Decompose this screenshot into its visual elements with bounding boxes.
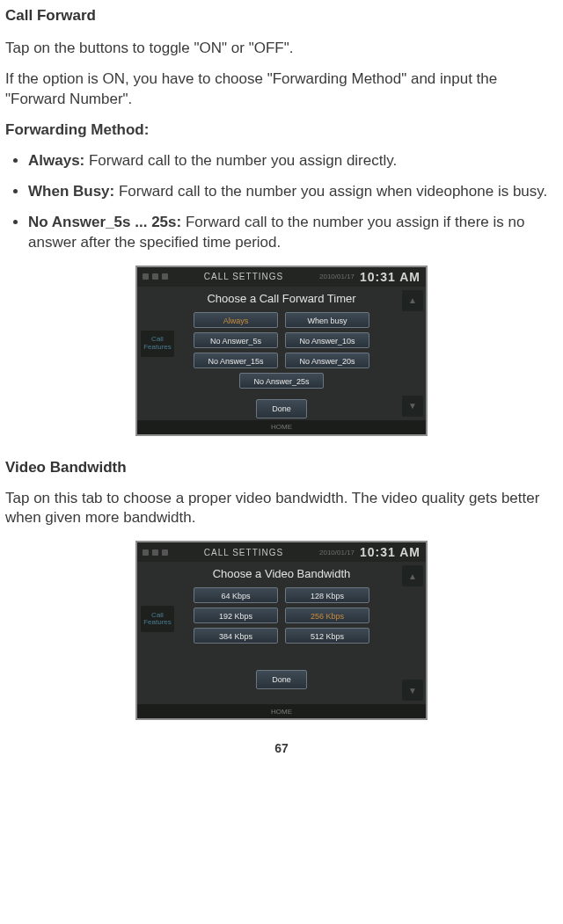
status-icon xyxy=(152,549,158,556)
option-no-answer-25s[interactable]: No Answer_25s xyxy=(239,373,324,389)
bottom-bar: HOME xyxy=(137,704,426,718)
status-icon xyxy=(152,273,158,280)
done-button[interactable]: Done xyxy=(256,399,307,418)
status-bar: CALL SETTINGS 2010/01/17 10:31 AM xyxy=(137,542,426,562)
list-item: No Answer_5s ... 25s: Forward call to th… xyxy=(28,213,558,253)
option-256kbps[interactable]: 256 Kbps xyxy=(285,608,369,623)
forwarding-method-list: Always: Forward call to the number you a… xyxy=(5,151,558,253)
option-384kbps[interactable]: 384 Kbps xyxy=(194,628,278,644)
scroll-down-button[interactable]: ▼ xyxy=(402,680,423,701)
option-no-answer-10s[interactable]: No Answer_10s xyxy=(285,332,369,348)
screen-title: CALL SETTINGS xyxy=(172,548,316,557)
home-button[interactable]: HOME xyxy=(271,423,292,431)
status-icon xyxy=(143,549,149,556)
done-button[interactable]: Done xyxy=(256,670,307,689)
option-512kbps[interactable]: 512 Kbps xyxy=(285,628,369,644)
screenshot-call-forward-timer: CALL SETTINGS 2010/01/17 10:31 AM Call F… xyxy=(135,266,428,436)
dialog-title: Choose a Call Forward Timer xyxy=(137,292,426,305)
option-when-busy[interactable]: When busy xyxy=(285,312,369,328)
section-title-video-bandwidth: Video Bandwidth xyxy=(5,459,558,477)
option-no-answer-15s[interactable]: No Answer_15s xyxy=(194,353,278,368)
sidebar-tab-call-features[interactable]: Call Features xyxy=(141,331,174,357)
options-grid: Always When busy No Answer_5s No Answer_… xyxy=(137,312,426,389)
status-icon xyxy=(162,273,168,280)
subheading-forwarding-method: Forwarding Method: xyxy=(5,120,558,141)
status-time: 10:31 AM xyxy=(360,270,420,284)
list-item: Always: Forward call to the number you a… xyxy=(28,151,558,171)
paragraph: If the option is ON, you have to choose … xyxy=(5,69,558,110)
option-64kbps[interactable]: 64 Kbps xyxy=(194,587,278,603)
status-icon xyxy=(143,273,149,280)
option-192kbps[interactable]: 192 Kbps xyxy=(194,608,278,623)
option-128kbps[interactable]: 128 Kbps xyxy=(285,587,369,603)
option-no-answer-20s[interactable]: No Answer_20s xyxy=(285,353,369,368)
option-no-answer-5s[interactable]: No Answer_5s xyxy=(194,332,278,348)
paragraph: Tap on the buttons to toggle "ON" or "OF… xyxy=(5,39,558,59)
paragraph: Tap on this tab to choose a proper video… xyxy=(5,489,558,529)
option-always[interactable]: Always xyxy=(194,312,278,328)
status-time: 10:31 AM xyxy=(360,545,420,559)
scroll-up-button[interactable]: ▲ xyxy=(402,565,423,586)
section-title-call-forward: Call Forward xyxy=(5,7,558,25)
home-button[interactable]: HOME xyxy=(271,708,292,716)
status-date: 2010/01/17 xyxy=(319,549,355,557)
screenshot-video-bandwidth: CALL SETTINGS 2010/01/17 10:31 AM Call F… xyxy=(135,541,428,720)
list-item: When Busy: Forward call to the number yo… xyxy=(28,182,558,202)
scroll-up-button[interactable]: ▲ xyxy=(402,290,423,311)
status-icon xyxy=(162,549,168,556)
bottom-bar: HOME xyxy=(137,420,426,434)
status-date: 2010/01/17 xyxy=(319,273,355,280)
sidebar-tab-call-features[interactable]: Call Features xyxy=(141,606,174,632)
status-bar: CALL SETTINGS 2010/01/17 10:31 AM xyxy=(137,267,426,287)
page-number: 67 xyxy=(5,741,558,755)
options-grid: 64 Kbps 128 Kbps 192 Kbps 256 Kbps 384 K… xyxy=(137,587,426,644)
screen-title: CALL SETTINGS xyxy=(172,272,316,281)
scroll-down-button[interactable]: ▼ xyxy=(402,396,423,417)
dialog-title: Choose a Video Bandwidth xyxy=(137,567,426,580)
